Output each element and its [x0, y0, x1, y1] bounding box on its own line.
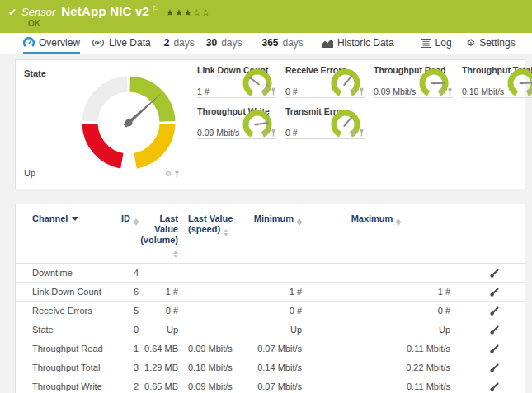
sensor-header-banner: ✔ Sensor NetApp NIC v2 ⚐ ★★★☆☆ OK	[0, 0, 532, 33]
table-row[interactable]: Throughput Write 2 0.65 MB 0.09 Mbit/s 0…	[16, 377, 526, 393]
gauge-cell-receive-errors[interactable]: Receive Errors 0 # ⚙	[285, 65, 365, 98]
edit-channel-icon[interactable]	[489, 325, 500, 335]
priority-stars[interactable]: ★★★☆☆	[166, 7, 210, 18]
tab-2-days[interactable]: 2days	[164, 33, 195, 54]
column-header-id[interactable]: ID	[106, 206, 139, 264]
gauge-needle	[343, 75, 352, 86]
sort-icon	[134, 218, 139, 226]
gauge-settings-gear-icon[interactable]: ⚙	[526, 88, 532, 96]
gauge-needle	[343, 116, 352, 127]
table-row[interactable]: Link Down Count 6 1 # 1 # 1 #	[16, 283, 526, 302]
gauge-cell-transmit-errors[interactable]: Transmit Errors 0 # ⚙	[285, 106, 365, 139]
status-badge: OK	[28, 19, 524, 28]
tab-overview[interactable]: Overview	[23, 33, 80, 54]
sort-icon	[396, 218, 401, 226]
pin-icon[interactable]	[447, 87, 453, 96]
gauge-cell-throughput-read[interactable]: Throughput Read 0.09 Mbit/s ⚙	[374, 65, 453, 98]
edit-channel-icon[interactable]	[489, 344, 500, 354]
flag-icon[interactable]: ⚐	[152, 4, 159, 13]
edit-channel-icon[interactable]	[489, 268, 500, 278]
tab-historic-data[interactable]: Historic Data	[322, 33, 394, 54]
gear-icon: ⚙	[467, 38, 476, 48]
tab-settings[interactable]: ⚙ Settings	[467, 33, 516, 54]
state-gauge	[78, 72, 180, 174]
column-header-minimum[interactable]: Minimum	[247, 206, 302, 264]
gauge-needle	[432, 82, 444, 85]
gauge-needle	[249, 77, 260, 86]
gauge-cell-throughput-write[interactable]: Throughput Write 0.09 Mbit/s ⚙	[197, 106, 276, 139]
channel-name-cell: State	[16, 320, 106, 339]
table-row[interactable]: Throughput Read 1 0.64 MB 0.09 Mbit/s 0.…	[16, 339, 526, 358]
tab-live-data[interactable]: Live Data	[92, 33, 151, 54]
pin-icon[interactable]	[359, 87, 365, 96]
object-type-label: Sensor	[21, 6, 55, 18]
sort-icon	[224, 229, 228, 236]
edit-channel-icon[interactable]	[489, 381, 500, 392]
tab-bar: Overview Live Data 2days 30days 365days …	[0, 33, 532, 54]
table-row[interactable]: Receive Errors 5 0 # 0 # 0 #	[16, 302, 526, 320]
sort-icon	[173, 250, 178, 258]
tab-log[interactable]: Log	[421, 33, 452, 54]
gauge-cell-state[interactable]: State Up ⚙	[24, 68, 185, 180]
channel-name-cell: Downtime	[16, 264, 106, 283]
gauge-cell-throughput-total[interactable]: Throughput Total 0.18 Mbit/s ⚙	[462, 65, 532, 98]
gauge-settings-gear-icon[interactable]: ⚙	[350, 129, 356, 137]
gauge-needle	[520, 82, 531, 84]
pin-icon[interactable]	[271, 129, 276, 137]
channel-name-cell: Throughput Read	[16, 339, 106, 358]
tab-30-days[interactable]: 30days	[206, 33, 242, 54]
channel-name-cell: Receive Errors	[16, 302, 106, 320]
edit-channel-icon[interactable]	[489, 363, 500, 373]
column-header-actions	[450, 206, 526, 264]
channel-name-cell: Throughput Write	[16, 377, 106, 393]
edit-channel-icon[interactable]	[489, 287, 500, 297]
gauge-needle	[255, 122, 266, 126]
table-row[interactable]: Downtime -4	[16, 264, 526, 283]
gauge-cell-link-down-count[interactable]: Link Down Count 1 # ⚙	[197, 65, 276, 98]
gauge-settings-gear-icon[interactable]: ⚙	[438, 88, 445, 96]
pin-icon[interactable]	[271, 87, 276, 96]
overview-gauges-panel: State Up ⚙ Link Down Count 1 #	[15, 59, 525, 189]
log-list-icon	[421, 39, 431, 48]
column-header-last-value-volume[interactable]: Last Value(volume)	[139, 206, 178, 264]
gauge-settings-gear-icon[interactable]: ⚙	[350, 88, 356, 96]
pin-icon[interactable]	[359, 129, 365, 137]
gauge-settings-gear-icon[interactable]: ⚙	[165, 171, 172, 178]
sort-icon	[297, 218, 302, 226]
gauge-icon	[23, 37, 35, 49]
gauge-settings-gear-icon[interactable]: ⚙	[261, 129, 268, 137]
column-header-maximum[interactable]: Maximum	[302, 206, 450, 264]
channel-name-cell: Throughput Total	[16, 358, 106, 377]
gauge-settings-gear-icon[interactable]: ⚙	[261, 88, 268, 96]
pin-icon[interactable]	[174, 170, 180, 178]
column-header-last-value-speed[interactable]: Last Value(speed)	[178, 206, 247, 264]
channels-table: Channel ID Last Value(volume) Last Value…	[16, 206, 526, 393]
column-header-channel[interactable]: Channel	[16, 206, 106, 264]
broadcast-icon	[92, 38, 105, 48]
sensor-title: NetApp NIC v2	[61, 4, 149, 18]
tab-365-days[interactable]: 365days	[261, 33, 303, 54]
table-row[interactable]: Throughput Total 3 1.29 MB 0.18 Mbit/s 0…	[16, 358, 526, 377]
sort-desc-icon	[72, 217, 78, 221]
chart-icon	[322, 38, 333, 48]
table-row[interactable]: State 0 Up Up Up	[16, 320, 526, 339]
channels-table-panel: Channel ID Last Value(volume) Last Value…	[15, 204, 525, 393]
channel-name-cell: Link Down Count	[16, 283, 106, 302]
status-ok-check-icon: ✔	[8, 7, 16, 18]
gauge-value: Up	[24, 168, 35, 178]
edit-channel-icon[interactable]	[489, 306, 500, 316]
